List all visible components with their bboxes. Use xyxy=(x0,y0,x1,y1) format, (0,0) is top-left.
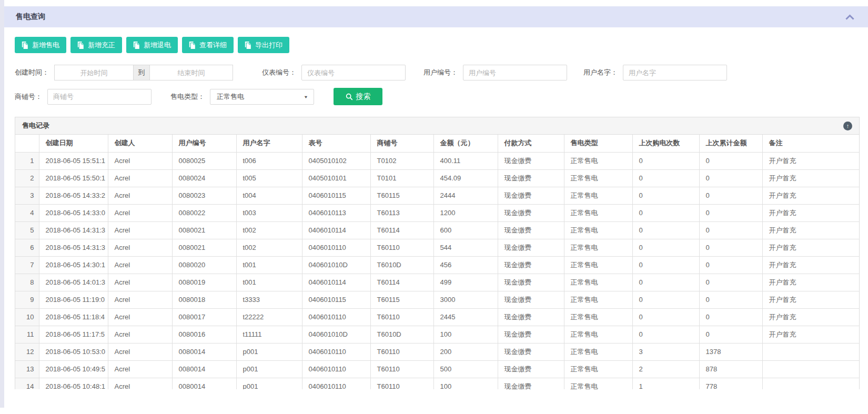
table-cell: 0080018 xyxy=(172,291,236,308)
records-table: 创建日期创建人用户编号用户名字表号商铺号金额（元）付款方式售电类型上次购电次数上… xyxy=(15,135,859,389)
table-row[interactable]: 132018-06-05 10:49:5Acrel0080014p0010406… xyxy=(15,360,859,378)
table-cell: T6010D xyxy=(370,256,433,274)
table-cell: 0 xyxy=(699,308,762,326)
table-cell: 2018-06-05 14:33:2 xyxy=(39,187,108,204)
table-cell: t003 xyxy=(236,204,302,221)
table-row[interactable]: 52018-06-05 14:31:3Acrel0080021t00204060… xyxy=(15,221,859,239)
table-row[interactable]: 12018-06-05 15:51:1Acrel0080025t00604050… xyxy=(15,152,859,169)
table-cell xyxy=(762,378,859,389)
table-cell: Acrel xyxy=(108,152,172,169)
table-row[interactable]: 82018-06-05 14:01:3Acrel0080019t00104060… xyxy=(15,274,859,291)
table-row[interactable]: 122018-06-05 10:53:0Acrel0080014p0010406… xyxy=(15,343,859,360)
table-cell: Acrel xyxy=(108,326,172,343)
sale-type-label: 售电类型： xyxy=(170,92,205,102)
table-cell: 0 xyxy=(699,152,762,169)
user-name-label: 用户名字： xyxy=(583,68,618,77)
table-cell: 现金缴费 xyxy=(498,291,564,308)
row-index: 14 xyxy=(15,378,39,389)
table-cell: 正常售电 xyxy=(564,378,632,389)
table-cell: T60110 xyxy=(370,343,433,360)
start-time-input[interactable] xyxy=(54,65,133,80)
table-cell: Acrel xyxy=(108,256,172,274)
table-cell: 正常售电 xyxy=(564,204,632,221)
table-row[interactable]: 32018-06-05 14:33:2Acrel0080023t00404060… xyxy=(15,187,859,204)
column-header: 上次累计金额 xyxy=(699,135,762,152)
table-row[interactable]: 72018-06-05 14:30:1Acrel0080020t00104060… xyxy=(15,256,859,274)
table-cell: 0 xyxy=(699,256,762,274)
table-cell: Acrel xyxy=(108,378,172,389)
table-cell: 0406010110 xyxy=(302,378,370,389)
row-index: 3 xyxy=(15,187,39,204)
table-cell: p001 xyxy=(236,378,302,389)
table-cell: 正常售电 xyxy=(564,360,632,378)
toolbar-button[interactable]: 导出打印 xyxy=(238,37,289,53)
table-row[interactable]: 62018-06-05 14:31:3Acrel0080021t00204060… xyxy=(15,239,859,256)
table-cell: 100 xyxy=(433,378,498,389)
toolbar-button-label: 查看详细 xyxy=(199,41,227,50)
panel-header: 售电记录 ↑ xyxy=(15,117,859,135)
row-index: 13 xyxy=(15,360,39,378)
table-row[interactable]: 112018-06-05 11:17:5Acrel0080016t1111104… xyxy=(15,326,859,343)
table-cell: 正常售电 xyxy=(564,274,632,291)
table-cell: Acrel xyxy=(108,221,172,239)
table-cell: 正常售电 xyxy=(564,326,632,343)
table-cell: 0406010115 xyxy=(302,187,370,204)
toolbar-button[interactable]: 新增售电 xyxy=(15,37,66,53)
table-cell: 2018-06-05 10:49:5 xyxy=(39,360,108,378)
table-cell: 现金缴费 xyxy=(498,204,564,221)
table-cell: T60110 xyxy=(370,360,433,378)
table-row[interactable]: 92018-06-05 11:19:0Acrel0080018t33330406… xyxy=(15,291,859,308)
sale-type-select[interactable]: 正常售电 ▼ xyxy=(210,89,314,105)
table-cell: 0406010110 xyxy=(302,343,370,360)
search-button[interactable]: 搜索 xyxy=(334,88,382,105)
user-no-input[interactable] xyxy=(463,65,567,80)
table-cell: t11111 xyxy=(236,326,302,343)
table-row[interactable]: 142018-06-05 10:48:1Acrel0080014p0010406… xyxy=(15,378,859,389)
table-cell: 2445 xyxy=(433,308,498,326)
table-cell: 1 xyxy=(632,378,699,389)
shop-no-input[interactable] xyxy=(47,89,152,105)
shop-no-label: 商铺号： xyxy=(15,92,42,102)
table-cell: 正常售电 xyxy=(564,239,632,256)
table-cell: 0080021 xyxy=(172,239,236,256)
table-cell: 现金缴费 xyxy=(498,221,564,239)
table-cell: T60110 xyxy=(370,378,433,389)
table-row[interactable]: 42018-06-05 14:33:0Acrel0080022t00304060… xyxy=(15,204,859,221)
table-cell: 0 xyxy=(699,274,762,291)
row-index: 4 xyxy=(15,204,39,221)
table-cell: 454.09 xyxy=(433,169,498,187)
row-index: 6 xyxy=(15,239,39,256)
title-bar: 售电查询 xyxy=(4,6,868,27)
table-cell: 2018-06-05 11:18:4 xyxy=(39,308,108,326)
table-cell: 0080014 xyxy=(172,343,236,360)
end-time-input[interactable] xyxy=(150,65,233,80)
table-cell: 现金缴费 xyxy=(498,187,564,204)
table-cell: 0406010110 xyxy=(302,308,370,326)
toolbar-button[interactable]: 新增充正 xyxy=(70,37,122,53)
table-cell: 0405010101 xyxy=(302,169,370,187)
search-button-label: 搜索 xyxy=(356,92,371,102)
toolbar-button[interactable]: 新增退电 xyxy=(126,37,178,53)
table-cell: 2444 xyxy=(433,187,498,204)
meter-no-input[interactable] xyxy=(301,65,406,80)
toolbar-button[interactable]: 查看详细 xyxy=(182,37,234,53)
table-cell: 1378 xyxy=(699,343,762,360)
table-row[interactable]: 102018-06-05 11:18:4Acrel0080017t2222204… xyxy=(15,308,859,326)
table-cell: 2018-06-05 10:53:0 xyxy=(39,343,108,360)
column-header: 备注 xyxy=(762,135,859,152)
table-cell: 0 xyxy=(632,326,699,343)
table-cell: 2018-06-05 15:51:1 xyxy=(39,152,108,169)
table-cell: T60114 xyxy=(370,274,433,291)
table-cell: 0 xyxy=(632,256,699,274)
sidebar-collapsed-strip xyxy=(0,0,4,408)
table-cell: 0 xyxy=(699,204,762,221)
arrow-up-circle-icon[interactable]: ↑ xyxy=(843,122,852,130)
table-cell: 开户首充 xyxy=(762,204,859,221)
toolbar-button-label: 新增售电 xyxy=(32,41,59,50)
row-index: 7 xyxy=(15,256,39,274)
toolbar: 新增售电新增充正新增退电查看详细导出打印 xyxy=(15,37,860,53)
row-index: 8 xyxy=(15,274,39,291)
user-name-input[interactable] xyxy=(623,65,727,80)
chevron-up-icon[interactable] xyxy=(845,14,854,20)
table-row[interactable]: 22018-06-05 15:50:1Acrel0080024t00504050… xyxy=(15,169,859,187)
